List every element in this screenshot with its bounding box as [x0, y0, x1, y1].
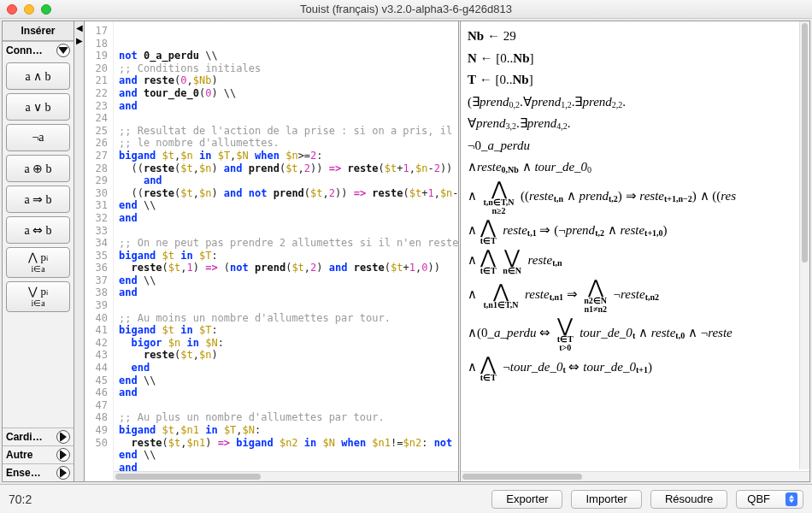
preview-line: N ← [0..Nb]	[468, 49, 803, 68]
code-line[interactable]: ((reste($t,$n) and prend($t,2)) => reste…	[119, 162, 456, 175]
editor-hscrollbar[interactable]	[114, 471, 458, 481]
sidebar-row-label: Cardi…	[6, 431, 43, 443]
sidebar-group-other[interactable]: Autre	[3, 445, 74, 463]
insert-bigand-button[interactable]: ⋀ pᵢ i∈a	[6, 247, 70, 278]
code-line[interactable]	[119, 299, 456, 312]
code-line[interactable]: and reste(0,$Nb)	[119, 74, 456, 87]
preview-line: ¬0_a_perdu	[468, 136, 803, 156]
preview-line: ∀prend3,2.∃prend4,2.	[468, 114, 803, 133]
code-line[interactable]: and	[119, 286, 456, 299]
code-line[interactable]: end \\	[119, 274, 456, 287]
code-line[interactable]: ;; Au plus un nombre d'allumettes par to…	[119, 411, 456, 424]
code-line[interactable]: bigand $t,$n in $T,$N when $n>=2:	[119, 150, 456, 162]
import-button[interactable]: Importer	[571, 490, 641, 509]
code-line[interactable]: ((reste($t,$n) and not prend($t,2)) => r…	[119, 187, 456, 200]
insert-bigor-button[interactable]: ⋁ pᵢ i∈a	[6, 281, 70, 312]
sidebar: Insérer Conn… a ∧ b a ∨ b ¬a a ⊕ b a ⇒ b…	[3, 21, 74, 481]
code-line[interactable]: end	[119, 362, 456, 374]
sidebar-row-label: Ense…	[6, 467, 41, 479]
code-line[interactable]: ;; Conditions initiales	[119, 62, 456, 75]
solver-select[interactable]: QBF	[736, 490, 803, 509]
preview-pane: Nb ← 29 N ← [0..Nb] T ← [0..Nb] (∃prend0…	[461, 21, 809, 481]
code-line[interactable]: ;; Resultat de l'action de la prise : si…	[119, 125, 456, 138]
code-line[interactable]	[119, 225, 456, 238]
code-line[interactable]: reste($t,$n)	[119, 349, 456, 362]
insert-implies-button[interactable]: a ⇒ b	[6, 186, 70, 213]
code-line[interactable]: end \\	[119, 449, 456, 462]
tab-next-icon[interactable]: ▶	[74, 34, 84, 47]
solve-button[interactable]: Résoudre	[650, 490, 727, 509]
insert-iff-button[interactable]: a ⇔ b	[6, 216, 70, 244]
preview-line: ∧ ⋀t∈T restet,1 ⇒ (¬prendt,2 ∧ restet+1,…	[468, 218, 803, 245]
sidebar-buttons: a ∧ b a ∨ b ¬a a ⊕ b a ⇒ b a ⇔ b ⋀ pᵢ i∈…	[3, 59, 74, 428]
insert-not-button[interactable]: ¬a	[6, 124, 70, 151]
code-line[interactable]: and	[119, 386, 456, 399]
code-line[interactable]: reste($t,1) => (not prend($t,2) and rest…	[119, 262, 456, 274]
code-line[interactable]: ;; le nombre d'allumettes.	[119, 137, 456, 150]
code-line[interactable]: bigand $t,$n1 in $T,$N:	[119, 424, 456, 437]
code-line[interactable]: not 0_a_perdu \\	[119, 50, 456, 62]
code-line[interactable]: and	[119, 100, 456, 113]
code-line[interactable]: end \\	[119, 374, 456, 387]
code-line[interactable]: reste($t,$n1) => bigand $n2 in $N when $…	[119, 437, 456, 450]
pane-tab-column: ◀ ▶	[74, 21, 85, 481]
code-editor[interactable]: not 0_a_perdu \\;; Conditions initialesa…	[114, 21, 458, 481]
chevron-right-icon	[56, 430, 70, 444]
preview-line: ∧ ⋀t∈T ⋁n∈N restet,n	[468, 248, 803, 275]
preview-line: T ← [0..Nb]	[468, 70, 803, 90]
sidebar-group-cardinality[interactable]: Cardi…	[3, 428, 74, 445]
preview-line: ∧(0_a_perdu ⇔ ⋁t∈Tt>0 tour_de_0t ∧ reste…	[468, 316, 803, 352]
cursor-position: 70:2	[9, 492, 32, 506]
editor-pane: 1718192021222324252627282930313233343536…	[85, 21, 461, 481]
bigand-label-bot: i∈a	[31, 264, 44, 274]
window-title: Touist (français) v3.2.0-alpha3-6-g426d8…	[0, 3, 812, 15]
main: Insérer Conn… a ∧ b a ∨ b ¬a a ⊕ b a ⇒ b…	[2, 21, 810, 482]
tab-prev-icon[interactable]: ◀	[74, 21, 84, 34]
code-line[interactable]: bigand $t in $T:	[119, 250, 456, 262]
preview-line: ∧ ⋀t∈T ¬tour_de_0t ⇔ tour_de_0t+1)	[468, 355, 803, 382]
titlebar: Touist (français) v3.2.0-alpha3-6-g426d8…	[0, 0, 812, 19]
sidebar-header: Insérer	[3, 21, 74, 41]
preview-line: Nb ← 29	[468, 27, 803, 46]
code-line[interactable]: bigand $t in $T:	[119, 324, 456, 337]
preview-line: ∧ ⋀t,n1∈T,N restet,n1 ⇒ ⋀n2∈Nn1≠n2 ¬rest…	[468, 278, 803, 314]
code-line[interactable]: and	[119, 212, 456, 225]
preview-line: (∃prend0,2.∀prend1,2.∃prend2,2.	[468, 92, 803, 112]
code-line[interactable]	[119, 399, 456, 412]
sidebar-group-connectors[interactable]: Conn…	[3, 41, 74, 59]
sidebar-row-label: Autre	[6, 449, 32, 461]
insert-or-button[interactable]: a ∨ b	[6, 93, 70, 121]
sidebar-group-sets[interactable]: Ense…	[3, 463, 74, 481]
bigor-label-bot: i∈a	[31, 298, 44, 308]
updown-icon	[786, 492, 797, 506]
preview-hscrollbar[interactable]	[461, 471, 809, 481]
preview-line: ∧ ⋀t,n∈T,Nn≥2 ((restet,n ∧ prendt,2) ⇒ r…	[468, 180, 803, 215]
preview-line: ∧reste0,Nb ∧ tour_de_00	[468, 157, 803, 177]
preview-vscrollbar[interactable]	[799, 21, 809, 469]
code-line[interactable]: ;; Au moins un nombre d'allumettes par t…	[119, 312, 456, 325]
chevron-right-icon	[56, 466, 70, 480]
code-line[interactable]: and tour_de_0(0) \\	[119, 87, 456, 100]
code-line[interactable]: end \\	[119, 199, 456, 212]
export-button[interactable]: Exporter	[491, 490, 562, 509]
insert-xor-button[interactable]: a ⊕ b	[6, 155, 70, 182]
code-line[interactable]: ;; On ne peut pas prendre 2 allumettes s…	[119, 237, 456, 250]
line-gutter: 1718192021222324252627282930313233343536…	[85, 21, 114, 481]
insert-and-button[interactable]: a ∧ b	[6, 62, 70, 90]
latex-preview: Nb ← 29 N ← [0..Nb] T ← [0..Nb] (∃prend0…	[461, 21, 809, 388]
code-line[interactable]	[119, 112, 456, 125]
bigor-label-top: ⋁ pᵢ	[28, 286, 48, 298]
bigand-label-top: ⋀ pᵢ	[28, 251, 48, 263]
sidebar-group-label: Conn…	[6, 44, 43, 56]
chevron-right-icon	[56, 448, 70, 462]
code-line[interactable]: bigor $n in $N:	[119, 337, 456, 350]
solver-select-value: QBF	[747, 492, 770, 505]
bottom-bar: 70:2 Exporter Importer Résoudre QBF	[0, 484, 812, 513]
chevron-down-icon	[56, 44, 70, 57]
code-line[interactable]: and	[119, 174, 456, 187]
